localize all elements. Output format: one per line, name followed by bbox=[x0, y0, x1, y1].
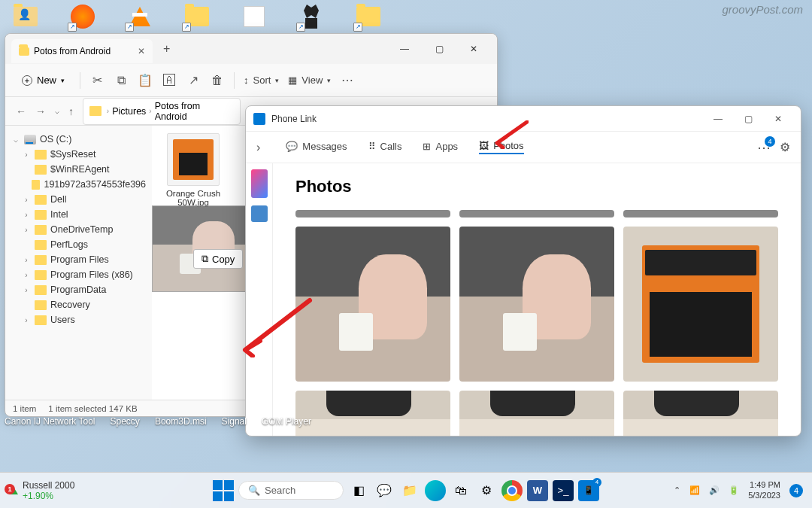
tree-item[interactable]: ›Program Files (x86) bbox=[8, 267, 149, 282]
photo-thumbnail[interactable] bbox=[623, 391, 778, 436]
page-heading: Photos bbox=[295, 177, 778, 196]
tab-photos[interactable]: 🖼 Photos bbox=[479, 140, 523, 154]
sidebar-thumb[interactable] bbox=[251, 169, 268, 198]
photo-thumbnail[interactable] bbox=[623, 210, 778, 217]
desktop-label[interactable]: GOM Player bbox=[262, 416, 311, 427]
tree-item[interactable]: ›Intel bbox=[8, 207, 149, 222]
close-button[interactable]: ✕ bbox=[763, 108, 793, 129]
breadcrumb[interactable]: › Pictures › Potos from Android bbox=[83, 98, 241, 125]
tree-item[interactable]: 191b972a3574553fe396 bbox=[8, 177, 149, 192]
desktop-icon-user-folder[interactable] bbox=[11, 2, 41, 32]
desktop-icon-vlc[interactable]: ↗ bbox=[125, 2, 155, 32]
phonelink-icon bbox=[253, 113, 265, 125]
close-button[interactable]: ✕ bbox=[456, 37, 491, 61]
desktop-label[interactable]: Boom3D.msi bbox=[155, 416, 207, 427]
taskbar-icon-taskview[interactable]: ◧ bbox=[348, 480, 369, 501]
watermark: groovyPost.com bbox=[722, 3, 803, 16]
taskbar-icon-chat[interactable]: 💬 bbox=[374, 480, 395, 501]
taskbar-widget-stocks[interactable]: 1 Russell 2000 +1.90% bbox=[9, 480, 74, 501]
tree-item[interactable]: PerfLogs bbox=[8, 237, 149, 252]
taskbar-icon-terminal[interactable]: >_ bbox=[553, 480, 574, 501]
photo-thumbnail[interactable] bbox=[295, 391, 450, 436]
photo-thumbnail[interactable] bbox=[459, 227, 614, 382]
taskbar-clock[interactable]: 1:49 PM 5/3/2023 bbox=[748, 480, 780, 500]
photo-thumbnail[interactable] bbox=[623, 227, 778, 382]
new-tab-button[interactable]: + bbox=[163, 42, 170, 56]
tree-drive[interactable]: ⌵OS (C:) bbox=[8, 132, 149, 147]
file-thumbnail[interactable]: Orange Crush 50W.jpg bbox=[159, 133, 227, 207]
settings-icon[interactable]: ⚙ bbox=[780, 140, 790, 154]
tray-volume-icon[interactable]: 🔊 bbox=[709, 485, 720, 495]
tab-calls[interactable]: ⠿ Calls bbox=[368, 141, 402, 154]
minimize-button[interactable]: — bbox=[387, 37, 422, 61]
tray-battery-icon[interactable]: 🔋 bbox=[729, 485, 739, 495]
explorer-tab[interactable]: Potos from Android ✕ bbox=[11, 39, 153, 63]
paste-icon[interactable]: 📋 bbox=[138, 73, 153, 88]
new-button[interactable]: +New▾ bbox=[16, 71, 71, 89]
tree-item[interactable]: Recovery bbox=[8, 297, 149, 312]
tree-item[interactable]: ›Users bbox=[8, 312, 149, 327]
tree-item[interactable]: ›Dell bbox=[8, 192, 149, 207]
delete-icon[interactable]: 🗑 bbox=[210, 73, 225, 88]
notification-count[interactable]: 4 bbox=[789, 484, 803, 497]
desktop-icon-folder1[interactable]: ↗ bbox=[182, 2, 212, 32]
tree-item[interactable]: $WinREAgent bbox=[8, 162, 149, 177]
nav-back-icon[interactable]: ← bbox=[16, 105, 26, 117]
file-name: Orange Crush bbox=[159, 189, 227, 198]
photo-thumbnail[interactable] bbox=[295, 227, 450, 382]
nav-up-icon[interactable]: ⌵ bbox=[55, 107, 59, 115]
taskbar-icon-chrome[interactable] bbox=[501, 480, 523, 501]
tab-apps[interactable]: ⊞ Apps bbox=[423, 141, 458, 154]
maximize-button[interactable]: ▢ bbox=[733, 108, 763, 129]
desktop-icon-window[interactable] bbox=[239, 2, 269, 32]
desktop-icon-foobar[interactable]: ↗ bbox=[296, 2, 326, 32]
cut-icon[interactable]: ✂ bbox=[89, 73, 105, 88]
desktop-label[interactable]: Speccy bbox=[111, 416, 140, 427]
breadcrumb-level1[interactable]: Pictures bbox=[112, 106, 146, 117]
copy-icon[interactable]: ⧉ bbox=[114, 73, 129, 88]
taskbar-icon-explorer[interactable]: 📁 bbox=[399, 480, 420, 501]
taskbar-icon-store[interactable]: 🛍 bbox=[450, 480, 471, 501]
taskbar-search[interactable]: 🔍 Search bbox=[238, 481, 344, 500]
taskbar-icon-edge[interactable] bbox=[425, 480, 446, 501]
tree-item[interactable]: ›ProgramData bbox=[8, 282, 149, 297]
tray-wifi-icon[interactable]: 📶 bbox=[689, 485, 700, 495]
notifications-icon[interactable]: ⋯4 bbox=[757, 139, 771, 156]
explorer-tab-title: Potos from Android bbox=[34, 46, 111, 56]
tree-item[interactable]: ›$SysReset bbox=[8, 147, 149, 162]
start-button[interactable] bbox=[213, 480, 234, 501]
tray-chevron-icon[interactable]: ⌃ bbox=[674, 485, 680, 495]
breadcrumb-level2[interactable]: Potos from Android bbox=[155, 101, 234, 122]
taskbar: 1 Russell 2000 +1.90% 🔍 Search ◧ 💬 📁 🛍 ⚙… bbox=[0, 472, 812, 508]
nav-forward-icon[interactable]: → bbox=[35, 105, 46, 117]
photo-thumbnail[interactable] bbox=[459, 391, 614, 436]
rename-icon[interactable]: 🄰 bbox=[162, 73, 177, 88]
sidebar-thumb[interactable] bbox=[251, 205, 268, 222]
tree-item[interactable]: ›OneDriveTemp bbox=[8, 222, 149, 237]
back-icon[interactable]: › bbox=[256, 141, 260, 154]
desktop-icon-firefox[interactable]: ↗ bbox=[68, 2, 98, 32]
maximize-button[interactable]: ▢ bbox=[422, 37, 456, 61]
share-icon[interactable]: ↗ bbox=[186, 73, 201, 88]
minimize-button[interactable]: — bbox=[703, 108, 733, 129]
tree-item[interactable]: ›Program Files bbox=[8, 252, 149, 267]
phonelink-window: Phone Link — ▢ ✕ › 💬 Messages ⠿ Calls ⊞ … bbox=[245, 105, 801, 437]
desktop-label[interactable]: Signal bbox=[222, 416, 247, 427]
taskbar-icon-phonelink[interactable]: 📱4 bbox=[578, 480, 599, 501]
view-button[interactable]: ▦ View ▾ bbox=[288, 75, 331, 86]
phonelink-title: Phone Link bbox=[271, 114, 317, 124]
more-icon[interactable]: ⋯ bbox=[340, 73, 355, 88]
folder-tree[interactable]: ⌵OS (C:) ›$SysReset $WinREAgent 191b972a… bbox=[5, 126, 152, 400]
taskbar-icon-word[interactable]: W bbox=[527, 480, 548, 501]
photo-thumbnail[interactable] bbox=[459, 210, 614, 217]
taskbar-icon-settings[interactable]: ⚙ bbox=[476, 480, 497, 501]
sort-button[interactable]: ↕ Sort ▾ bbox=[244, 75, 279, 86]
nav-up-icon[interactable]: ↑ bbox=[68, 105, 74, 117]
photo-thumbnail[interactable] bbox=[295, 210, 450, 217]
tab-close-icon[interactable]: ✕ bbox=[138, 46, 145, 56]
desktop-icon-folder2[interactable]: ↗ bbox=[353, 2, 383, 32]
desktop-label[interactable]: Canon IJ Network Tool bbox=[5, 416, 95, 427]
tab-messages[interactable]: 💬 Messages bbox=[286, 141, 347, 154]
copy-tooltip: ⧉ Copy bbox=[193, 249, 243, 269]
